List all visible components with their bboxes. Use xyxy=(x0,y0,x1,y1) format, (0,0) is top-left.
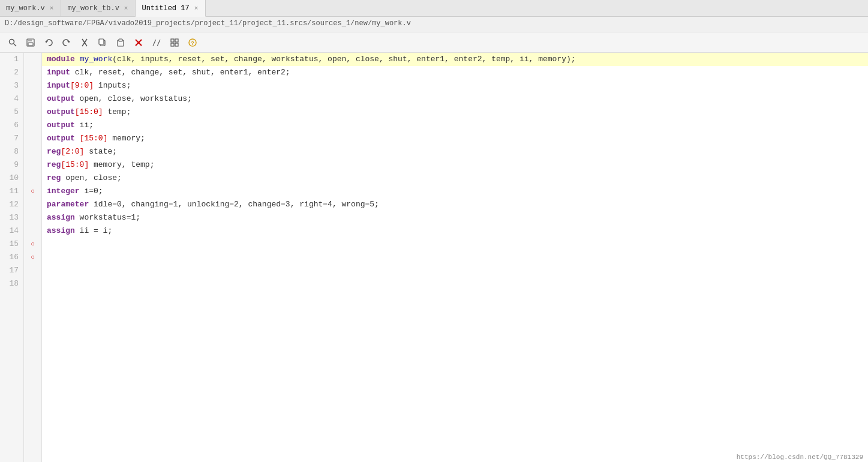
editor-container: 1 2 3 4 5 6 7 8 9 10 11 12 13 14 15 16 1… xyxy=(0,53,868,462)
gutter-row-7 xyxy=(24,132,41,145)
code-line-4: output open, close, workstatus; xyxy=(42,92,868,106)
redo-button[interactable] xyxy=(59,35,74,50)
line-num-3: 3 xyxy=(5,79,19,92)
tab-label-my-work: my_work.v xyxy=(6,4,45,13)
tab-tb[interactable]: my_work_tb.v × xyxy=(61,0,136,16)
tab-close-untitled[interactable]: × xyxy=(193,4,200,13)
line-num-6: 6 xyxy=(5,119,19,132)
line-num-15: 15 xyxy=(5,238,19,251)
svg-rect-4 xyxy=(28,43,33,46)
svg-rect-8 xyxy=(99,39,104,44)
redo-icon xyxy=(62,38,71,47)
undo-icon xyxy=(44,38,53,47)
line-num-1: 1 xyxy=(5,53,19,66)
svg-rect-15 xyxy=(171,43,174,46)
line-num-18: 18 xyxy=(5,277,19,290)
tab-my-work[interactable]: my_work.v × xyxy=(0,0,61,16)
code-line-14: parameter idle=0, changing=1, unlocking=… xyxy=(42,198,868,211)
tab-untitled[interactable]: Untitled 17 × xyxy=(136,0,206,17)
svg-rect-10 xyxy=(119,39,122,41)
gutter-row-15: ○ xyxy=(24,238,41,251)
code-line-8: reg[2:0] state; xyxy=(42,145,868,158)
line-num-11: 11 xyxy=(5,185,19,198)
delete-button[interactable] xyxy=(131,35,146,50)
search-button[interactable] xyxy=(5,35,20,50)
line-num-2: 2 xyxy=(5,66,19,79)
copy-icon xyxy=(98,38,107,47)
code-line-9: reg[15:0] memory, temp; xyxy=(42,158,868,172)
code-line-11: integer i=0; xyxy=(42,185,868,198)
line-num-13: 13 xyxy=(5,211,19,224)
filepath-bar: D:/design_software/FPGA/vivado2019_proje… xyxy=(0,17,868,32)
gutter-row-5 xyxy=(24,106,41,119)
copy-button[interactable] xyxy=(95,35,110,50)
save-icon xyxy=(26,38,35,47)
gutter-row-9 xyxy=(24,158,41,172)
gutter-row-11: ○ xyxy=(24,185,41,198)
gutter-row-16: ○ xyxy=(24,251,41,264)
code-line-1: module my_work(clk, inputs, reset, set, … xyxy=(42,53,868,66)
code-line-16: assign ii = i; xyxy=(42,224,868,238)
status-url: https://blog.csdn.net/QQ_7781329 xyxy=(737,454,863,461)
gutter-row-4 xyxy=(24,92,41,106)
editor-body: 1 2 3 4 5 6 7 8 9 10 11 12 13 14 15 16 1… xyxy=(0,53,868,462)
gutter: ○ ○ ○ xyxy=(24,53,42,462)
line-num-12: 12 xyxy=(5,198,19,211)
tab-close-my-work[interactable]: × xyxy=(49,4,55,13)
cut-button[interactable] xyxy=(77,35,92,50)
gutter-row-6 xyxy=(24,119,41,132)
paste-icon xyxy=(116,38,125,47)
code-line-7: output [15:0] memory; xyxy=(42,132,868,145)
toolbar: // ? xyxy=(0,32,868,53)
code-line-5: output[15:0] temp; xyxy=(42,106,868,119)
line-numbers: 1 2 3 4 5 6 7 8 9 10 11 12 13 14 15 16 1… xyxy=(0,53,24,462)
svg-point-0 xyxy=(10,39,14,44)
svg-rect-13 xyxy=(171,39,174,42)
code-area[interactable]: module my_work(clk, inputs, reset, set, … xyxy=(42,53,868,462)
line-num-4: 4 xyxy=(5,92,19,106)
gutter-row-17 xyxy=(24,264,41,277)
hint-icon: ? xyxy=(188,38,197,47)
gutter-row-1 xyxy=(24,53,41,66)
status-bar: https://blog.csdn.net/QQ_7781329 xyxy=(732,452,868,462)
search-icon xyxy=(8,38,17,47)
save-button[interactable] xyxy=(23,35,38,50)
gutter-row-2 xyxy=(24,66,41,79)
gutter-row-18 xyxy=(24,277,41,290)
code-line-10: reg open, close; xyxy=(42,172,868,185)
svg-rect-16 xyxy=(175,43,178,46)
tab-label-untitled: Untitled 17 xyxy=(142,4,189,13)
tab-close-tb[interactable]: × xyxy=(123,4,130,13)
gutter-row-3 xyxy=(24,79,41,92)
line-num-8: 8 xyxy=(5,145,19,158)
code-line-2: input clk, reset, change, set, shut, ent… xyxy=(42,66,868,79)
svg-rect-3 xyxy=(28,39,32,41)
hint-button[interactable]: ? xyxy=(185,35,200,50)
line-num-10: 10 xyxy=(5,172,19,185)
line-num-5: 5 xyxy=(5,106,19,119)
tab-label-tb: my_work_tb.v xyxy=(67,4,119,13)
svg-line-1 xyxy=(14,44,16,46)
line-num-16: 16 xyxy=(5,251,19,264)
svg-text:?: ? xyxy=(191,40,194,46)
code-line-3: input[9:0] inputs; xyxy=(42,79,868,92)
line-num-9: 9 xyxy=(5,158,19,172)
line-num-17: 17 xyxy=(5,264,19,277)
gutter-row-14 xyxy=(24,224,41,238)
grid-icon xyxy=(170,38,179,47)
code-line-15: assign workstatus=1; xyxy=(42,211,868,224)
svg-rect-14 xyxy=(175,39,178,42)
paste-button[interactable] xyxy=(113,35,128,50)
line-num-7: 7 xyxy=(5,132,19,145)
tab-bar: my_work.v × my_work_tb.v × Untitled 17 × xyxy=(0,0,868,17)
filepath-text: D:/design_software/FPGA/vivado2019_proje… xyxy=(5,19,411,28)
cut-icon xyxy=(80,38,89,47)
grid-button[interactable] xyxy=(167,35,182,50)
gutter-row-8 xyxy=(24,145,41,158)
code-line-6: output ii; xyxy=(42,119,868,132)
gutter-row-13 xyxy=(24,211,41,224)
delete-icon xyxy=(134,38,143,47)
undo-button[interactable] xyxy=(41,35,56,50)
gutter-row-12 xyxy=(24,198,41,211)
comment-button[interactable]: // xyxy=(149,35,164,50)
